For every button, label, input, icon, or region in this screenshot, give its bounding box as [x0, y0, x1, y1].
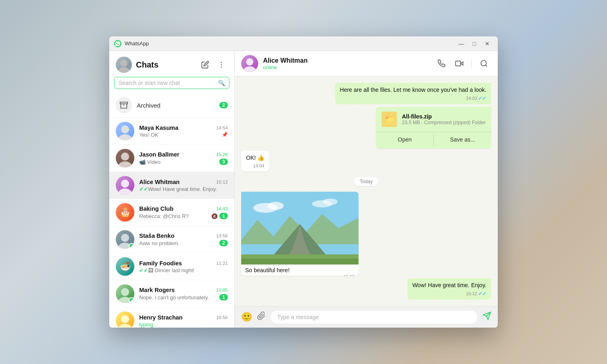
contact-avatar [241, 55, 258, 72]
svg-point-1 [118, 67, 130, 73]
list-item[interactable]: 🍜 Family Foodies 11:21 ✔✔ 🖼 Dinner last … [109, 253, 234, 280]
chat-header-actions [434, 56, 491, 71]
svg-point-10 [118, 161, 132, 167]
check-icon: ✔✔ [478, 291, 486, 296]
chat-preview: Aww no problem. [139, 240, 219, 246]
chat-time: 11:05 [216, 288, 228, 292]
unread-badge: 1 [219, 294, 228, 301]
sidebar: Chats [109, 51, 235, 328]
chat-time: 11:21 [216, 261, 228, 266]
chat-time: 13:56 [216, 233, 228, 238]
chat-time: 14:54 [216, 125, 228, 130]
chat-name: Baking Club [139, 205, 174, 212]
avatar: 🍜 [116, 257, 134, 276]
minimize-button[interactable]: — [456, 38, 467, 49]
titlebar-title: WhatsApp [125, 40, 456, 47]
chat-list: Maya Kasuma 14:54 Yes! OK 📌 [109, 118, 234, 328]
message-out: Here are all the files. Let me know once… [335, 83, 491, 104]
app-window: WhatsApp — □ ✕ Chats [109, 36, 498, 328]
avatar: 🎂 [116, 203, 134, 222]
chat-time: 10:56 [216, 315, 228, 320]
list-item[interactable]: Jason Ballmer 15:26 📹 Video 3 [109, 145, 234, 172]
chat-name: Henry Strachan [139, 314, 183, 321]
chat-info: Family Foodies 11:21 ✔✔ 🖼 Dinner last ni… [139, 260, 228, 273]
svg-point-7 [121, 125, 129, 133]
chat-preview: 🖼 Dinner last night! [148, 267, 228, 273]
svg-point-0 [120, 59, 127, 67]
messages-area: Here are all the files. Let me know once… [235, 76, 498, 306]
avatar [116, 230, 134, 249]
svg-rect-5 [120, 102, 127, 104]
double-check-icon: ✔✔ [139, 186, 148, 192]
my-avatar[interactable] [116, 57, 132, 73]
unread-badge: 2 [219, 240, 228, 246]
svg-rect-24 [456, 61, 461, 66]
unread-badge: 1 [219, 213, 228, 219]
archived-label: Archived [137, 102, 219, 109]
message-image [241, 192, 359, 265]
chat-info: Staša Benko 13:56 Aww no problem. 2 [139, 233, 228, 246]
contact-status: online [263, 64, 429, 70]
file-size: 23.5 MB · Compressed (zipped) Folder [402, 120, 486, 125]
message-input[interactable] [271, 311, 478, 324]
chat-name: Mark Rogers [139, 287, 175, 293]
svg-point-17 [121, 315, 129, 323]
new-chat-button[interactable] [199, 58, 212, 71]
list-item[interactable]: Alice Whitman 15:12 ✔✔ Wow! Have great t… [109, 172, 234, 199]
chat-time: 14:43 [216, 206, 228, 211]
image-meta: 15:06 [241, 274, 359, 276]
chat-name: Maya Kasuma [139, 125, 178, 131]
sidebar-title: Chats [136, 60, 195, 70]
message-time: 15:12 [466, 291, 477, 296]
svg-marker-23 [461, 62, 463, 65]
emoji-button[interactable]: 🙂 [241, 312, 252, 322]
contact-info: Alice Whitman online [263, 57, 429, 70]
list-item[interactable]: Henry Strachan 10:56 typing... [109, 307, 234, 328]
image-message: So beautiful here! 15:06 ❤️ [241, 192, 359, 276]
online-indicator [129, 243, 134, 249]
send-button[interactable] [482, 311, 491, 323]
contact-name: Alice Whitman [263, 57, 429, 64]
chat-preview: Wow! Have great time. Enjoy. [148, 186, 228, 192]
header-divider [471, 59, 472, 68]
date-divider: Today [354, 177, 378, 186]
voice-call-button[interactable] [434, 56, 449, 71]
avatar [116, 284, 134, 303]
search-icon: 🔍 [218, 80, 225, 86]
online-indicator [129, 297, 134, 303]
video-call-button[interactable] [452, 56, 467, 71]
list-item[interactable]: Mark Rogers 11:05 Nope. I can't go unfor… [109, 280, 234, 307]
svg-point-31 [323, 199, 337, 205]
search-input[interactable] [119, 80, 215, 86]
archived-row[interactable]: Archived 2 [109, 93, 234, 118]
check-icon: ✔✔ [479, 148, 487, 149]
save-as-button[interactable]: Save as... [433, 132, 491, 147]
chat-preview: Rebecca: @Chris R? [139, 213, 211, 219]
chat-time: 15:26 [216, 152, 228, 157]
list-item[interactable]: Staša Benko 13:56 Aww no problem. 2 [109, 226, 234, 253]
close-button[interactable]: ✕ [482, 38, 493, 49]
svg-point-2 [221, 62, 222, 63]
open-file-button[interactable]: Open [376, 132, 433, 147]
avatar [116, 311, 134, 328]
search-chat-button[interactable] [477, 56, 491, 71]
chat-time: 15:12 [216, 180, 228, 184]
attach-button[interactable] [257, 311, 266, 323]
chat-info: Jason Ballmer 15:26 📹 Video 3 [139, 151, 228, 165]
chat-header: Alice Whitman online [235, 51, 498, 76]
unread-badge: 3 [219, 159, 228, 165]
menu-button[interactable] [215, 58, 228, 71]
window-controls: — □ ✕ [456, 38, 493, 49]
svg-line-26 [486, 65, 487, 67]
list-item[interactable]: 🎂 Baking Club 14:43 Rebecca: @Chris R? 🔇… [109, 199, 234, 226]
chat-preview: Nope. I can't go unfortunately. [139, 294, 219, 301]
chat-info: Maya Kasuma 14:54 Yes! OK 📌 [139, 125, 228, 138]
chat-name: Jason Ballmer [139, 151, 179, 158]
list-item[interactable]: Maya Kasuma 14:54 Yes! OK 📌 [109, 118, 234, 145]
file-info: 📁 All-files.zip 23.5 MB · Compressed (zi… [376, 107, 491, 132]
message-time: 14:03 [466, 96, 477, 101]
message-time: 15:06 [343, 274, 354, 276]
maximize-button[interactable]: □ [469, 38, 480, 49]
svg-rect-35 [241, 258, 359, 265]
chat-info: Baking Club 14:43 Rebecca: @Chris R? 🔇 1 [139, 205, 228, 219]
